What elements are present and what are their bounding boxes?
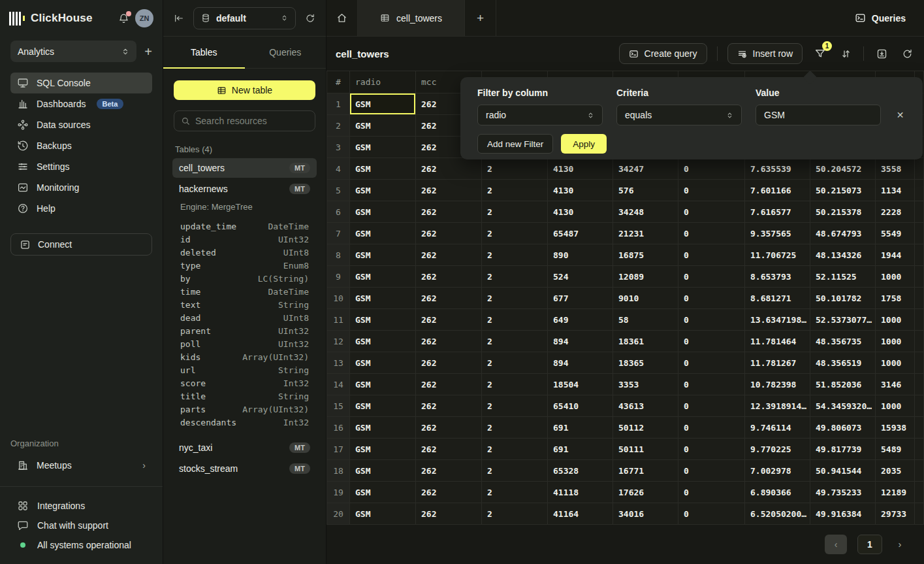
cell[interactable]: GSM (350, 482, 416, 503)
cell[interactable]: 2 (482, 266, 548, 288)
cell[interactable]: 2 (482, 201, 548, 223)
cell[interactable]: 54.3459320… (810, 395, 876, 417)
cell[interactable]: 691 (548, 439, 613, 460)
cell[interactable]: 4130 (548, 201, 613, 223)
cell[interactable]: GSM (350, 439, 416, 460)
cell[interactable]: 18504 (548, 374, 613, 395)
search-resources-input[interactable] (195, 116, 308, 126)
home-button[interactable] (327, 0, 358, 36)
cell[interactable]: GSM (350, 460, 416, 482)
cell[interactable]: 1000 (876, 352, 915, 374)
cell[interactable]: 11.706725 (745, 244, 810, 266)
apply-filter-button[interactable]: Apply (561, 134, 607, 154)
cell[interactable]: 50.941544 (810, 460, 876, 482)
cell[interactable]: 5549 (876, 223, 915, 244)
cell[interactable]: 0 (678, 482, 745, 503)
cell[interactable]: GSM (350, 180, 416, 201)
cell[interactable]: GSM (350, 93, 416, 115)
cell[interactable]: 41164 (548, 503, 613, 525)
cell[interactable]: 2 (482, 482, 548, 503)
cell[interactable]: 894 (548, 352, 613, 374)
cell[interactable]: 0 (678, 244, 745, 266)
cell[interactable]: GSM (350, 374, 416, 395)
cell[interactable]: 894 (548, 331, 613, 352)
sidebar-item-help[interactable]: Help (10, 198, 152, 219)
cell[interactable]: GSM (350, 223, 416, 244)
cell[interactable]: 890 (548, 244, 613, 266)
footer-item-chat-with-support[interactable]: Chat with support (10, 516, 152, 535)
cell[interactable]: 1758 (876, 288, 915, 309)
cell[interactable]: 50111 (613, 439, 678, 460)
cell[interactable]: 16771 (613, 460, 678, 482)
remove-filter-icon[interactable]: ✕ (897, 110, 904, 120)
sort-button[interactable] (838, 46, 853, 61)
cell[interactable]: 0 (678, 180, 745, 201)
cell[interactable]: 0 (678, 309, 745, 331)
column-header-num[interactable]: # (327, 71, 350, 93)
search-resources-box[interactable] (174, 110, 315, 131)
cell[interactable]: 2 (482, 439, 548, 460)
sidebar-item-sql-console[interactable]: SQL Console (10, 73, 152, 93)
footer-item-integrations[interactable]: Integrations (10, 496, 152, 516)
cell[interactable]: 18365 (613, 352, 678, 374)
insert-row-button[interactable]: Insert row (727, 43, 803, 64)
cell[interactable]: 262 (416, 288, 482, 309)
create-query-button[interactable]: Create query (619, 43, 707, 64)
cell[interactable]: 65410 (548, 395, 613, 417)
cell[interactable]: 8.681271 (745, 288, 810, 309)
cell[interactable]: 50.215073 (810, 180, 876, 201)
cell[interactable]: 12089 (613, 266, 678, 288)
cell[interactable]: 262 (416, 223, 482, 244)
cell[interactable]: 0 (678, 266, 745, 288)
cell[interactable]: 262 (416, 331, 482, 352)
sidebar-item-backups[interactable]: Backups (10, 135, 152, 156)
cell[interactable]: 9.746114 (745, 417, 810, 439)
sidebar-item-dashboards[interactable]: DashboardsBeta (10, 93, 152, 114)
cell[interactable]: 16875 (613, 244, 678, 266)
cell[interactable]: 0 (678, 395, 745, 417)
new-tab-button[interactable]: + (465, 0, 496, 36)
tab-tables[interactable]: Tables (163, 37, 245, 69)
cell[interactable]: GSM (350, 352, 416, 374)
cell[interactable]: 50.101782 (810, 288, 876, 309)
cell[interactable]: 12.3918914… (745, 395, 810, 417)
filter-button[interactable]: 1 (812, 46, 828, 61)
cell[interactable]: 18361 (613, 331, 678, 352)
cell[interactable]: 262 (416, 309, 482, 331)
tab-cell-towers[interactable]: cell_towers (358, 0, 465, 36)
cell[interactable]: 576 (613, 180, 678, 201)
cell[interactable]: 2 (482, 288, 548, 309)
cell[interactable]: GSM (350, 417, 416, 439)
cell[interactable]: GSM (350, 158, 416, 180)
org-item-meetups[interactable]: Meetups› (10, 455, 152, 476)
cell[interactable]: 48.134326 (810, 244, 876, 266)
cell[interactable]: 262 (416, 417, 482, 439)
sidebar-item-data-sources[interactable]: Data sources (10, 114, 152, 135)
filter-criteria-select[interactable]: equals (616, 105, 742, 125)
filter-value-input[interactable] (764, 110, 872, 120)
cell[interactable]: 6.890366 (745, 482, 810, 503)
cell[interactable]: 2035 (876, 460, 915, 482)
cell[interactable]: 0 (678, 352, 745, 374)
cell[interactable]: 262 (416, 352, 482, 374)
connect-button[interactable]: Connect (10, 233, 152, 256)
cell[interactable]: 2 (482, 417, 548, 439)
cell[interactable]: 262 (416, 482, 482, 503)
cell[interactable]: 51.852036 (810, 374, 876, 395)
cell[interactable]: 3146 (876, 374, 915, 395)
cell[interactable]: 9.770225 (745, 439, 810, 460)
cell[interactable]: GSM (350, 309, 416, 331)
next-page-button[interactable]: › (893, 539, 907, 550)
cell[interactable]: 43613 (613, 395, 678, 417)
cell[interactable]: 50112 (613, 417, 678, 439)
cell[interactable]: 58 (613, 309, 678, 331)
avatar[interactable]: ZN (135, 9, 153, 27)
cell[interactable]: 65328 (548, 460, 613, 482)
cell[interactable]: 0 (678, 331, 745, 352)
cell[interactable]: 1944 (876, 244, 915, 266)
current-page[interactable]: 1 (857, 535, 882, 554)
cell[interactable]: 7.002978 (745, 460, 810, 482)
cell[interactable]: 7.616577 (745, 201, 810, 223)
cell[interactable]: 50.215378 (810, 201, 876, 223)
cell[interactable]: GSM (350, 115, 416, 137)
